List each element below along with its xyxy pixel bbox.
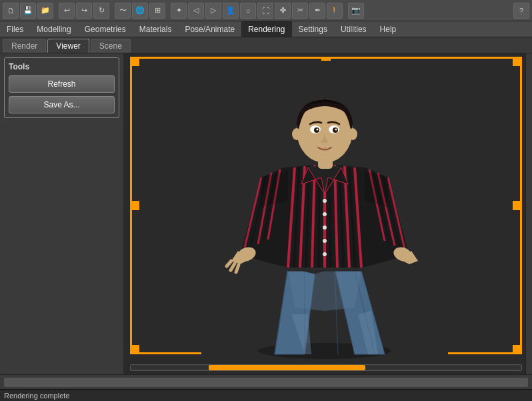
svg-point-17	[323, 226, 327, 230]
menu-utilities[interactable]: Utilities	[334, 21, 373, 37]
menu-pose-animate[interactable]: Pose/Animate	[178, 21, 241, 37]
tools-box: Tools Refresh Save As...	[4, 57, 119, 118]
progress-bar-area	[0, 374, 532, 389]
menubar: Files Modelling Geometries Materials Pos…	[0, 21, 532, 37]
skeleton-icon[interactable]: ✒	[309, 3, 325, 19]
svg-point-16	[323, 212, 327, 216]
status-text: Rendering complete	[4, 392, 69, 400]
svg-point-19	[323, 252, 327, 256]
statusbar: Rendering complete	[0, 389, 532, 401]
wave-icon[interactable]: 〜	[115, 3, 131, 19]
tab-scene[interactable]: Scene	[91, 39, 131, 53]
svg-point-41	[348, 128, 357, 140]
viewport	[123, 53, 525, 374]
magnet-icon[interactable]: ✦	[171, 3, 187, 19]
globe-icon[interactable]: 🌐	[132, 3, 148, 19]
arrow-left-icon[interactable]: ◁	[188, 3, 204, 19]
progress-bar-bg	[4, 378, 528, 387]
toolbar: 🗋 💾 📁 ↩ ↪ ↻ 〜 🌐 ⊞ ✦ ◁ ▷ 👤 ○ ⛶ ✤ ✂ ✒ 🚶 📷 …	[0, 0, 532, 21]
grid-icon[interactable]: ⊞	[149, 3, 165, 19]
tab-viewer[interactable]: Viewer	[47, 39, 89, 53]
tools-label: Tools	[9, 62, 115, 71]
save-icon[interactable]: 💾	[20, 3, 36, 19]
menu-help[interactable]: Help	[373, 21, 403, 37]
figure-icon[interactable]: 🚶	[327, 3, 343, 19]
refresh-button[interactable]: Refresh	[9, 75, 115, 93]
tabbar: Render Viewer Scene	[0, 37, 532, 53]
undo-icon[interactable]: ↩	[59, 3, 75, 19]
points-icon[interactable]: ✤	[275, 3, 291, 19]
svg-point-15	[323, 199, 327, 203]
svg-point-39	[335, 128, 337, 130]
tools2-icon[interactable]: ✂	[292, 3, 308, 19]
redo-icon[interactable]: ↪	[76, 3, 92, 19]
person-icon[interactable]: 👤	[223, 3, 239, 19]
viewport-scroll-thumb	[209, 365, 365, 370]
character-area	[123, 53, 525, 374]
menu-materials[interactable]: Materials	[133, 21, 179, 37]
svg-point-18	[323, 239, 327, 243]
save-as-button[interactable]: Save As...	[9, 96, 115, 113]
svg-point-40	[292, 128, 301, 140]
refresh-icon[interactable]: ↻	[93, 3, 109, 19]
app: 🗋 💾 📁 ↩ ↪ ↻ 〜 🌐 ⊞ ✦ ◁ ▷ 👤 ○ ⛶ ✤ ✂ ✒ 🚶 📷 …	[0, 0, 532, 401]
menu-modelling[interactable]: Modelling	[30, 21, 77, 37]
circle-icon[interactable]: ○	[240, 3, 256, 19]
new-icon[interactable]: 🗋	[3, 3, 19, 19]
arrow-right-icon[interactable]: ▷	[205, 3, 221, 19]
menu-rendering[interactable]: Rendering	[241, 21, 291, 37]
left-panel: Tools Refresh Save As...	[0, 53, 123, 374]
menu-geometries[interactable]: Geometries	[78, 21, 133, 37]
camera-icon[interactable]: 📷	[348, 3, 364, 19]
tab-render[interactable]: Render	[3, 39, 46, 53]
character-svg	[201, 61, 448, 368]
svg-point-38	[316, 128, 318, 130]
progress-bar-fill	[5, 378, 527, 386]
right-panel	[525, 53, 532, 374]
menu-files[interactable]: Files	[0, 21, 30, 37]
folder-icon[interactable]: 📁	[37, 3, 53, 19]
question-icon[interactable]: ?	[513, 3, 529, 19]
main-area: Tools Refresh Save As...	[0, 53, 532, 374]
menu-settings[interactable]: Settings	[292, 21, 334, 37]
viewport-scrollbar[interactable]	[130, 364, 522, 371]
hat-icon[interactable]: ⛶	[257, 3, 273, 19]
